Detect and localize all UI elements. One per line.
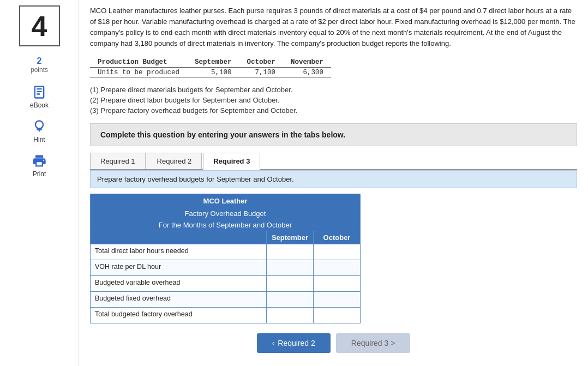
row4-label: Budgeted fixed overhead — [91, 292, 266, 307]
row1-oct-cell — [313, 244, 360, 260]
mco-company: MCO Leather — [91, 194, 360, 208]
hint-label: Hint — [33, 136, 45, 143]
points-section: 2 points — [31, 56, 48, 74]
points-label: points — [31, 66, 48, 74]
tabs-row: Required 1 Required 2 Required 3 — [90, 152, 577, 170]
row3-sep-cell — [266, 276, 313, 291]
instructions: (1) Prepare direct materials budgets for… — [90, 86, 577, 115]
ebook-label: eBook — [30, 101, 49, 109]
blue-bar: Prepare factory overhead budgets for Sep… — [90, 170, 577, 188]
tab-required-1[interactable]: Required 1 — [90, 153, 146, 169]
row4-sep-cell — [266, 292, 313, 307]
row5-oct-input[interactable] — [316, 309, 358, 322]
table-row: Total budgeted factory overhead — [91, 307, 360, 323]
row5-label: Total budgeted factory overhead — [91, 308, 266, 323]
row3-sep-input[interactable] — [269, 277, 311, 290]
row2-sep-cell — [266, 260, 313, 275]
book-icon — [32, 85, 47, 100]
sidebar: 4 2 points eBook Hint Print — [0, 0, 79, 366]
units-sep: 5,100 — [187, 67, 239, 77]
row2-sep-input[interactable] — [269, 261, 311, 274]
row5-sep-input[interactable] — [269, 309, 311, 322]
row3-oct-cell — [313, 276, 360, 291]
row2-label: VOH rate per DL hour — [91, 260, 266, 275]
mco-subtitle: For the Months of September and October — [91, 219, 360, 231]
row5-sep-cell — [266, 308, 313, 323]
table-row: Budgeted variable overhead — [91, 275, 360, 291]
table-col-nov-header: November — [283, 57, 331, 68]
mco-col-oct-label: October — [313, 231, 360, 244]
row4-oct-input[interactable] — [316, 293, 358, 306]
row2-oct-input[interactable] — [316, 261, 358, 274]
print-icon — [32, 153, 47, 169]
table-col-sep-header: September — [187, 57, 239, 68]
row1-sep-input[interactable] — [269, 245, 311, 259]
mco-table: MCO Leather Factory Overhead Budget For … — [90, 194, 361, 323]
units-nov: 6,300 — [283, 67, 331, 77]
points-value: 2 — [31, 56, 48, 66]
row3-label: Budgeted variable overhead — [91, 276, 266, 291]
production-budget-table: Production Budget September October Nove… — [90, 57, 331, 78]
problem-text: MCO Leather manufactures leather purses.… — [90, 5, 577, 50]
mco-title: Factory Overhead Budget — [91, 208, 360, 219]
instruction-1: (1) Prepare direct materials budgets for… — [90, 86, 577, 94]
row1-sep-cell — [266, 244, 313, 260]
row4-oct-cell — [313, 292, 360, 307]
instruction-2: (2) Prepare direct labor budgets for Sep… — [90, 96, 577, 104]
hint-button[interactable]: Hint — [32, 119, 47, 143]
row3-oct-input[interactable] — [316, 277, 358, 290]
tab-required-2[interactable]: Required 2 — [147, 153, 202, 169]
mco-col-sep-label: September — [266, 231, 313, 244]
print-button[interactable]: Print — [32, 153, 47, 178]
mco-col-empty — [91, 231, 266, 244]
table-row: Budgeted fixed overhead — [91, 291, 360, 307]
row2-oct-cell — [313, 260, 360, 275]
table-row: Total direct labor hours needed — [91, 244, 360, 260]
units-oct: 7,100 — [239, 67, 284, 77]
row1-oct-input[interactable] — [316, 245, 358, 259]
bottom-nav: ‹ Required 2 Required 3 > — [90, 333, 577, 353]
main-content: MCO Leather manufactures leather purses.… — [79, 0, 588, 366]
prev-arrow-icon: ‹ — [272, 339, 275, 347]
hint-icon — [32, 119, 47, 134]
instruction-3: (3) Prepare factory overhead budgets for… — [90, 106, 577, 115]
next-button-label: Required 3 > — [351, 339, 395, 347]
prev-button-label: Required 2 — [278, 339, 315, 347]
complete-banner: Complete this question by entering your … — [90, 123, 577, 146]
row4-sep-input[interactable] — [269, 293, 311, 306]
next-required-button[interactable]: Required 3 > — [336, 333, 411, 353]
table-col-label-header: Production Budget — [90, 57, 187, 68]
row1-label: Total direct labor hours needed — [91, 244, 266, 260]
ebook-button[interactable]: eBook — [30, 85, 49, 109]
question-number: 4 — [19, 5, 60, 46]
prev-required-button[interactable]: ‹ Required 2 — [257, 333, 331, 353]
row5-oct-cell — [313, 308, 360, 323]
table-col-oct-header: October — [239, 57, 284, 68]
units-label: Units to be produced — [90, 67, 187, 77]
tab-required-3[interactable]: Required 3 — [203, 153, 260, 170]
mco-col-headers: September October — [91, 231, 360, 244]
print-label: Print — [33, 170, 46, 178]
table-row: VOH rate per DL hour — [91, 260, 360, 275]
